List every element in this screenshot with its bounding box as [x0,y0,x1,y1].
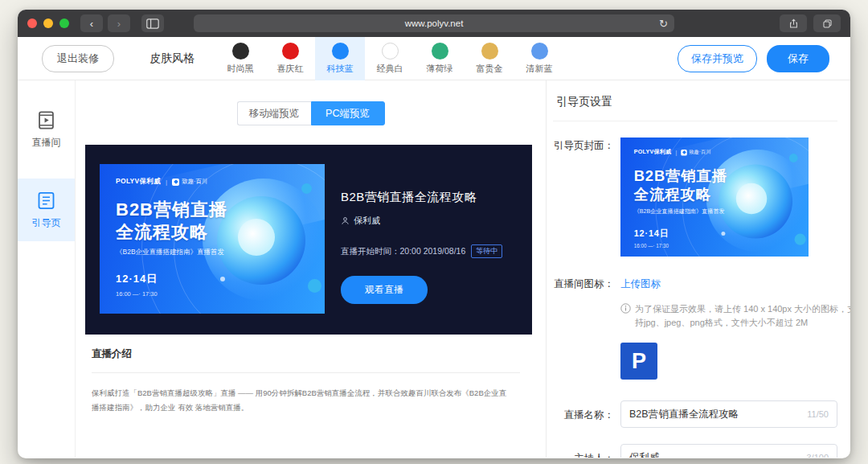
swatch-label: 科技蓝 [327,63,354,75]
sidebar-toggle-button[interactable] [141,14,164,32]
swatch-rich-gold[interactable]: 富贵金 [465,37,514,80]
window-controls [27,18,69,28]
guide-page-icon [35,190,57,211]
upload-hint-text: 为了保证显示效果，请上传 140 x 140px 大小的图标，支持jpg、jpe… [635,302,850,330]
swatch-color-dot [531,43,548,60]
room-icon-label: 直播间图标： [553,276,614,380]
close-window-button[interactable] [27,18,37,28]
swatch-fashion-black[interactable]: 时尚黑 [215,37,265,80]
forward-button[interactable]: › [108,14,130,32]
skin-swatch-list: 时尚黑 喜庆红 科技蓝 经典白 薄荷绿 富贵金 [215,37,564,80]
left-nav-sidebar: 直播间 引导页 [18,80,76,458]
live-intro-text: 保利威打造「B2B营销直播超级攻略」直播 —— 用90分钟拆解B2B营销直播全流… [92,386,510,415]
char-counter: 11/50 [807,409,829,419]
live-start-time: 直播开始时间：20:00 2019/08/16 [341,246,465,257]
back-icon: ‹ [90,18,93,30]
banner-title-line1: B2B营销直播 [116,198,227,222]
address-bar[interactable]: www.polyv.net ↻ [194,14,674,32]
host-label: 主持人： [553,450,614,458]
live-host-name: 保利威 [354,215,380,227]
swatch-tech-blue[interactable]: 科技蓝 [315,37,365,80]
swatch-festive-red[interactable]: 喜庆红 [265,37,315,80]
swatch-label: 清新蓝 [526,63,553,75]
share-button[interactable] [780,14,807,32]
banner-brand-row: POLYV保利威 | 致趣·百川 [116,177,208,187]
swatch-classic-white[interactable]: 经典白 [365,37,415,80]
banner-title-line2: 全流程攻略 [116,220,208,244]
partner-logo-text: 致趣·百川 [182,178,208,186]
minimize-window-button[interactable] [43,18,53,28]
cover-label: 引导页封面： [553,138,614,257]
partner-logo-icon [172,179,179,186]
upload-icon-link[interactable]: 上传图标 [620,278,661,289]
live-intro-section: 直播介绍 保利威打造「B2B营销直播超级攻略」直播 —— 用90分钟拆解B2B营… [85,335,526,415]
decoration-toolbar: 退出装修 皮肤风格 时尚黑 喜庆红 科技蓝 经典白 薄荷绿 [18,37,850,80]
settings-panel-title: 引导页设置 [553,80,837,121]
tabs-overview-button[interactable] [813,14,841,32]
pc-preview-stage: POLYV保利威 | 致趣·百川 B2B营销直播 全流程攻略 《B2B企业直播搭… [85,145,532,335]
forward-icon: › [117,18,121,30]
upload-hint: 为了保证显示效果，请上传 140 x 140px 大小的图标，支持jpg、jpe… [620,302,850,330]
divider [92,372,520,373]
browser-titlebar: ‹ › www.polyv.net ↻ [18,10,850,37]
swatch-color-dot [282,43,299,60]
swatch-color-dot [481,43,498,60]
tabs-overview-icon [822,18,833,29]
sidebar-item-label: 直播间 [32,136,61,150]
preview-mode-tabs: 移动端预览 PC端预览 [76,101,546,125]
polyv-p-letter: P [632,349,646,374]
swatch-color-dot [382,43,399,60]
share-icon [788,18,799,29]
live-info-panel: B2B营销直播全流程攻略 保利威 直播开始时间：20:00 2019/08/16… [325,164,518,314]
back-button[interactable]: ‹ [80,14,103,32]
tab-mobile-preview[interactable]: 移动端预览 [237,101,311,125]
live-room-icon [35,109,57,131]
swatch-mint-green[interactable]: 薄荷绿 [415,37,465,80]
swatch-label: 富贵金 [477,63,503,75]
url-text: www.polyv.net [405,18,464,28]
exit-decoration-button[interactable]: 退出装修 [42,45,114,72]
live-intro-title: 直播介绍 [92,347,520,361]
watch-live-button[interactable]: 观看直播 [341,276,428,304]
save-and-preview-button[interactable]: 保存并预览 [678,45,757,72]
swatch-label: 经典白 [377,63,403,75]
swatch-color-dot [332,43,349,60]
guide-cover-thumbnail[interactable]: POLYV保利威 | 致趣·百川 B2B营销直播 全流程攻略 《B2B企业直播搭… [620,138,809,257]
char-counter: 3/100 [806,453,829,458]
preview-area: 移动端预览 PC端预览 POLYV保利威 | 致趣·百川 B2B营销直播 [76,80,546,458]
live-title: B2B营销直播全流程攻略 [341,190,518,205]
banner-date: 12·14日 [116,272,158,286]
guide-page-settings-panel: 引导页设置 引导页封面： POLYV保利威 | [546,80,850,458]
live-name-input[interactable] [629,409,800,420]
host-field[interactable]: 3/100 [620,444,837,458]
reload-icon[interactable]: ↻ [659,18,668,30]
swatch-color-dot [432,43,448,60]
browser-window: ‹ › www.polyv.net ↻ 退出装修 皮肤风格 时尚黑 [18,10,850,458]
live-name-label: 直播名称： [553,407,614,422]
person-icon [341,216,350,225]
partner-logo-icon [681,150,687,156]
save-button[interactable]: 保存 [767,45,829,72]
live-name-field[interactable]: 11/50 [620,400,837,428]
sidebar-item-label: 引导页 [32,216,61,230]
sidebar-toggle-icon [146,18,159,29]
host-input[interactable] [629,452,800,458]
info-icon [620,303,631,314]
swatch-label: 时尚黑 [227,63,254,75]
status-badge: 等待中 [471,244,502,258]
swatch-color-dot [232,43,249,60]
live-banner-image: POLYV保利威 | 致趣·百川 B2B营销直播 全流程攻略 《B2B企业直播搭… [100,164,325,314]
swatch-label: 薄荷绿 [427,63,453,75]
banner-subtitle: 《B2B企业直播搭建指南》直播首发 [116,248,224,257]
titlebar-right-buttons [780,14,841,32]
sidebar-item-guide-page[interactable]: 引导页 [18,179,75,241]
zoom-window-button[interactable] [59,18,69,28]
polyv-logo: POLYV保利威 [116,177,161,187]
room-logo-image[interactable]: P [620,343,657,380]
swatch-label: 喜庆红 [277,63,304,75]
tab-pc-preview[interactable]: PC端预览 [311,101,385,125]
swatch-fresh-blue[interactable]: 清新蓝 [514,37,564,80]
skin-style-label: 皮肤风格 [149,51,194,66]
banner-time: 16:00 —· 17:30 [116,290,158,298]
sidebar-item-live-room[interactable]: 直播间 [18,98,75,161]
